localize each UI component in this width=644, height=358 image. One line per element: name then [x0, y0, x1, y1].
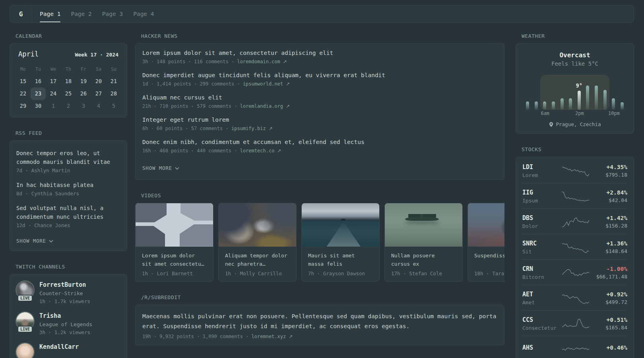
calendar-day[interactable]: 22 [16, 88, 31, 100]
hn-story-stats: 16h · 468 points · 440 comments · [142, 148, 237, 154]
stock-row[interactable]: IIGIpsum +2.84%$42.04 [522, 183, 627, 209]
video-card[interactable]: Nullam posuere cursus ex 17h · Stefan Co… [384, 203, 463, 282]
calendar-day[interactable]: 18 [61, 75, 76, 88]
calendar-day[interactable]: 28 [106, 88, 121, 100]
calendar-day[interactable]: 20 [91, 75, 106, 88]
twitch-channel-game[interactable]: League of Legends [39, 321, 92, 327]
stock-symbol[interactable]: DBS [522, 214, 561, 222]
video-card[interactable]: Lorem ipsum dolor sit amet consectetu… 1… [135, 203, 213, 282]
calendar-day[interactable]: 16 [31, 75, 46, 88]
calendar-day[interactable]: 27 [91, 88, 106, 100]
chevron-down-icon [175, 167, 179, 170]
stock-symbol[interactable]: AHS [522, 344, 561, 351]
video-card[interactable]: Aliquam tempor dolor nec pharetra… 1h · … [218, 203, 297, 282]
twitch-channel-name[interactable]: Trisha [39, 312, 92, 319]
calendar-day[interactable]: 25 [61, 88, 76, 100]
stock-row[interactable]: LDILorem +4.35%$795.18 [522, 158, 627, 183]
hn-story-title[interactable]: Donec enim nibh, condimentum et accumsan… [142, 138, 497, 146]
calendar-day[interactable]: 3 [76, 100, 91, 112]
videos-widget: VIDEOS Lorem ipsum dolor sit amet consec… [135, 193, 504, 282]
video-title[interactable]: Nullam posuere cursus ex [391, 251, 456, 268]
video-title[interactable]: Lorem ipsum dolor sit amet consectetu… [142, 251, 207, 268]
calendar-day[interactable]: 30 [31, 100, 46, 112]
tab-page-3[interactable]: Page 3 [97, 6, 128, 22]
stock-row[interactable]: AHS +0.46% [522, 336, 627, 358]
tab-page-4[interactable]: Page 4 [128, 6, 159, 22]
stock-symbol[interactable]: LDI [522, 163, 561, 171]
stock-row[interactable]: CRNBitcorn -1.00%$66,171.48 [522, 260, 627, 285]
stock-row[interactable]: CCSConsectetur +0.51%$165.84 [522, 311, 627, 336]
stock-sparkline [561, 241, 591, 254]
weather-bar [543, 101, 546, 110]
hn-story-title[interactable]: Lorem ipsum dolor sit amet, consectetur … [142, 49, 497, 57]
video-card[interactable]: Mauris sit amet massa felis 7h · Grayson… [301, 203, 380, 282]
rss-item-title[interactable]: Donec tempor eros leo, ut commodo mauris… [16, 149, 120, 166]
calendar-day[interactable]: 24 [46, 88, 61, 100]
avatar[interactable]: LIVE [16, 312, 34, 330]
twitch-channel-meta: 3h · 1.2k viewers [39, 329, 92, 335]
external-link-icon: ↗ [289, 334, 293, 339]
twitch-channel-name[interactable]: ForrestBurton [39, 281, 90, 288]
hn-story-title[interactable]: Aliquam nec cursus elit [142, 93, 497, 102]
video-thumbnail[interactable] [468, 203, 504, 247]
video-thumbnail[interactable] [385, 203, 462, 247]
twitch-channel-game[interactable]: Counter-Strike [39, 290, 90, 296]
subreddit-post-text[interactable]: Maecenas mollis pulvinar erat non posuer… [142, 311, 497, 331]
video-title[interactable]: Suspendisse diam [474, 251, 504, 268]
weather-condition: Overcast [522, 51, 627, 59]
calendar-day[interactable]: 19 [76, 75, 91, 88]
weather-time-label: 10pm [608, 111, 620, 116]
rss-item-title[interactable]: Sed volutpat nulla nisl, a condimentum n… [16, 204, 120, 221]
video-title[interactable]: Aliquam tempor dolor nec pharetra… [225, 251, 290, 268]
calendar-day[interactable]: 5 [106, 100, 121, 112]
stock-row[interactable]: AETAmet +0.92%$499.72 [522, 285, 627, 311]
calendar-day[interactable]: 4 [91, 100, 106, 112]
calendar-day[interactable]: 26 [76, 88, 91, 100]
logo[interactable]: G [10, 6, 32, 22]
stock-symbol[interactable]: SNRC [522, 240, 561, 247]
hn-story-domain[interactable]: loremdomain.com ↗ [237, 59, 287, 64]
avatar[interactable]: LIVE [16, 281, 34, 299]
calendar-day[interactable]: 1 [46, 100, 61, 112]
stock-change: -1.00% [591, 266, 627, 272]
twitch-channel-name[interactable]: KendallCarr [39, 343, 79, 350]
weather-bar: 9° [578, 91, 581, 110]
video-thumbnail[interactable] [302, 203, 379, 247]
calendar-day[interactable]: 15 [16, 75, 31, 88]
subreddit-post-meta: 19h · 9,932 points · 1,090 comments · lo… [142, 334, 497, 339]
weather-widget-title: WEATHER [522, 33, 634, 39]
weather-bar [526, 101, 529, 110]
avatar[interactable] [16, 343, 34, 358]
hn-story-domain[interactable]: ipsumify.biz ↗ [231, 126, 273, 131]
calendar-day[interactable]: 21 [106, 75, 121, 88]
stock-row[interactable]: DBSDolor +1.42%$156.28 [522, 209, 627, 234]
video-thumbnail[interactable] [219, 203, 296, 247]
rss-show-more-button[interactable]: SHOW MORE [16, 238, 53, 244]
hn-story-title[interactable]: Donec imperdiet augue tincidunt felis al… [142, 71, 497, 80]
hn-story-domain[interactable]: loremtech.co ↗ [240, 148, 281, 154]
hn-story-title[interactable]: Integer eget rutrum lorem [142, 116, 497, 124]
calendar-day-selected[interactable]: 23 [31, 88, 46, 100]
hn-story-domain[interactable]: ipsumworld.net ↗ [243, 81, 290, 87]
video-card[interactable]: Suspendisse diam 18h · Tara [467, 203, 504, 282]
hn-story-domain[interactable]: loremlandia.org ↗ [240, 103, 290, 109]
stock-row[interactable]: SNRCSit +1.36%$148.64 [522, 234, 627, 260]
rss-item-title[interactable]: In hac habitasse platea [16, 181, 120, 189]
calendar-day[interactable]: 2 [61, 100, 76, 112]
stock-symbol[interactable]: CCS [522, 316, 561, 323]
tab-page-2[interactable]: Page 2 [66, 6, 97, 22]
stock-price: $156.28 [591, 223, 627, 229]
stock-change: +1.36% [591, 240, 627, 247]
hn-show-more-button[interactable]: SHOW MORE [142, 165, 179, 171]
video-title[interactable]: Mauris sit amet massa felis [308, 251, 373, 268]
stock-symbol[interactable]: CRN [522, 265, 561, 272]
rss-item: Donec tempor eros leo, ut commodo mauris… [16, 149, 120, 173]
calendar-day[interactable]: 29 [16, 100, 31, 112]
tab-page-1[interactable]: Page 1 [35, 6, 66, 22]
stock-symbol[interactable]: IIG [522, 189, 561, 196]
current-temp-label: 9° [576, 82, 582, 89]
calendar-day[interactable]: 17 [46, 75, 61, 88]
video-thumbnail[interactable] [136, 203, 213, 247]
stock-symbol[interactable]: AET [522, 291, 561, 298]
subreddit-post-domain[interactable]: loremnet.xyz ↗ [252, 334, 293, 339]
